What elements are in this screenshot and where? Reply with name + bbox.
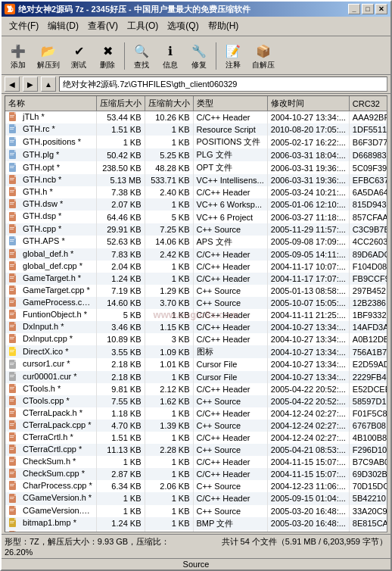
table-row[interactable]: AttackProc.h * 1.16 KB 1 KB C/C++ Header… xyxy=(5,530,387,532)
up-button[interactable]: ▲ xyxy=(41,76,56,92)
table-row[interactable]: CGameVersion.cpp * 1 KB 1 KB C++ Source … xyxy=(5,505,387,517)
close-button[interactable]: ✕ xyxy=(375,4,387,14)
table-row[interactable]: DirectX.ico * 3.55 KB 1.09 KB 图标 2004-10… xyxy=(5,345,387,358)
menu-item-5[interactable]: 帮助(H) xyxy=(204,18,244,34)
table-row[interactable]: CGameVersion.h * 1 KB 1 KB C/C++ Header … xyxy=(5,492,387,504)
table-row[interactable]: GTH.dsp * 64.46 KB 5 KB VC++ 6 Project 2… xyxy=(5,211,387,223)
file-orig-size: 7.55 KB xyxy=(96,395,145,407)
menu-item-4[interactable]: 选项(Q) xyxy=(163,18,203,34)
table-row[interactable]: DxInput.h * 3.46 KB 1.15 KB C/C++ Header… xyxy=(5,321,387,333)
svg-marker-29 xyxy=(14,199,16,201)
toolbar-btn-注释[interactable]: 📝注释 xyxy=(219,39,247,73)
svg-marker-61 xyxy=(14,298,16,300)
back-button[interactable]: ◀ xyxy=(5,76,20,92)
table-row[interactable]: GTH.opt * 238.50 KB 48.28 KB OPT 文件 2006… xyxy=(5,161,387,174)
svg-rect-62 xyxy=(10,301,14,301)
col-header-orig[interactable]: 压缩后大小 xyxy=(96,96,145,111)
forward-button[interactable]: ▶ xyxy=(23,76,38,92)
file-icon xyxy=(8,249,19,260)
file-crc: 297B452 xyxy=(349,285,387,297)
col-header-crc[interactable]: CRC32 xyxy=(349,96,387,111)
table-row[interactable]: bitmap1.bmp * 1.24 KB 1 KB BMP 文件 2005-0… xyxy=(5,517,387,530)
file-crc: 5C09F39 xyxy=(349,161,387,174)
toolbar-btn-查找[interactable]: 🔍查找 xyxy=(128,39,155,73)
toolbar-btn-添加[interactable]: ➕添加 xyxy=(5,39,32,73)
menu-item-2[interactable]: 查看(V) xyxy=(83,18,123,34)
file-type: C/C++ Header xyxy=(193,248,267,261)
table-row[interactable]: CTerraLpack.h * 1.18 KB 1 KB C/C++ Heade… xyxy=(5,407,387,420)
toolbar-btn-删除[interactable]: ✖删除 xyxy=(94,39,121,73)
col-header-name[interactable]: 名称 xyxy=(5,96,96,111)
toolbar-btn-解压到[interactable]: 📂解压到 xyxy=(33,39,64,73)
table-row[interactable]: CheckSum.h * 1 KB 1 KB C/C++ Header 2004… xyxy=(5,456,387,468)
table-row[interactable]: jTLh * 53.44 KB 10.26 KB C/C++ Header 20… xyxy=(5,111,387,124)
file-mod-time: 2005-03-20 16:48:... xyxy=(267,517,349,530)
table-row[interactable]: GTH.positions * 1 KB 1 KB POSITIONS 文件 2… xyxy=(5,136,387,148)
toolbar-btn-测试[interactable]: ✔测试 xyxy=(65,39,92,73)
file-name: CGameVersion.h * xyxy=(5,492,96,504)
table-row[interactable]: CheckSum.cpp * 2.87 KB 1 KB C/C++ Header… xyxy=(5,468,387,480)
table-row[interactable]: FuntionObject.h * 5 KB 1 KB C/C++ Header… xyxy=(5,309,387,321)
svg-rect-102 xyxy=(10,423,14,424)
table-row[interactable]: GTH.APS * 52.63 KB 14.06 KB APS 文件 2005-… xyxy=(5,236,387,248)
toolbar-btn-自解压[interactable]: 📦自解压 xyxy=(248,39,278,73)
menu-item-1[interactable]: 编辑(D) xyxy=(43,18,83,34)
svg-marker-33 xyxy=(14,212,16,214)
file-mod-time: 2004-10-27 13:34:... xyxy=(267,358,349,370)
table-row[interactable]: GTH.cpp * 29.91 KB 7.25 KB C++ Source 20… xyxy=(5,223,387,236)
file-crc: 70D15DC xyxy=(349,480,387,492)
menu-item-3[interactable]: 工具(O) xyxy=(123,18,163,34)
table-row[interactable]: GTH.ncb * 5.13 MB 533.71 KB VC++ Intelli… xyxy=(5,174,387,186)
file-type: C++ Source xyxy=(193,285,267,297)
table-row[interactable]: cur00001.cur * 2.18 KB 1 KB Cursor File … xyxy=(5,371,387,383)
table-row[interactable]: global_def.h * 7.83 KB 2.42 KB C/C++ Hea… xyxy=(5,248,387,261)
table-row[interactable]: cursor1.cur * 2.18 KB 1.01 KB Cursor Fil… xyxy=(5,358,387,370)
toolbar-label-8: 自解压 xyxy=(252,60,275,70)
table-row[interactable]: CTerraCrtl.cpp * 11.13 KB 2.28 KB C++ So… xyxy=(5,444,387,456)
file-crc: F01F5C8 xyxy=(349,407,387,420)
table-row[interactable]: CTools.cpp * 7.55 KB 1.62 KB C++ Source … xyxy=(5,395,387,407)
minimize-button[interactable]: _ xyxy=(348,4,360,14)
toolbar-icon-0: ➕ xyxy=(9,42,27,60)
file-crc: A0B12DB xyxy=(349,333,387,345)
svg-marker-105 xyxy=(14,432,16,435)
file-orig-size: 1 KB xyxy=(96,456,145,468)
menu-bar: 文件(F)编辑(D)查看(V)工具(O)选项(Q)帮助(H) xyxy=(2,17,390,36)
table-row[interactable]: CTools.h * 9.81 KB 2.12 KB C/C++ Header … xyxy=(5,383,387,395)
toolbar-btn-修复[interactable]: 🔧修复 xyxy=(185,39,213,73)
svg-rect-47 xyxy=(10,254,14,254)
table-row[interactable]: CharProcess.cpp * 6.34 KB 2.06 KB C++ So… xyxy=(5,480,387,492)
file-orig-size: 2.18 KB xyxy=(96,371,145,383)
svg-rect-63 xyxy=(10,302,14,303)
file-mod-time: 2004-11-11 21:25:... xyxy=(267,309,349,321)
file-comp-size: 3.70 KB xyxy=(145,297,193,309)
table-row[interactable]: GameTarget.cpp * 7.19 KB 1.29 KB C++ Sou… xyxy=(5,285,387,297)
file-name: GTH.ncb * xyxy=(5,174,96,186)
file-type: POSITIONS 文件 xyxy=(193,136,267,148)
col-header-mod[interactable]: 修改时间 xyxy=(267,96,349,111)
maximize-button[interactable]: □ xyxy=(362,4,374,14)
col-header-type[interactable]: 类型 xyxy=(193,96,267,111)
table-row[interactable]: global_def.cpp * 2.04 KB 1 KB C/C++ Head… xyxy=(5,261,387,273)
menu-item-0[interactable]: 文件(F) xyxy=(5,18,43,34)
table-row[interactable]: GTH.rc * 1.51 KB 1 KB Resource Script 20… xyxy=(5,123,387,136)
table-row[interactable]: GTH.dsw * 2.07 KB 1 KB VC++ 6 Worksp... … xyxy=(5,198,387,211)
file-comp-size: 2.12 KB xyxy=(145,383,193,395)
table-row[interactable]: CTerraLpack.cpp * 4.70 KB 1.39 KB C++ So… xyxy=(5,420,387,432)
file-crc: 4CC2603 xyxy=(349,236,387,248)
table-row[interactable]: GTH.h * 7.38 KB 2.40 KB C/C++ Header 200… xyxy=(5,186,387,198)
col-header-comp[interactable]: 压缩前大小 xyxy=(145,96,193,111)
table-row[interactable]: GTH.plg * 50.42 KB 5.25 KB PLG 文件 2006-0… xyxy=(5,148,387,161)
table-row[interactable]: GameTarget.h * 1.24 KB 1 KB C/C++ Header… xyxy=(5,273,387,285)
file-crc: 58597D1 xyxy=(349,395,387,407)
file-list-area[interactable]: 名称 压缩后大小 压缩前大小 类型 修改时间 CRC32 jTLh * xyxy=(5,95,387,532)
file-type: C/C++ Header xyxy=(193,383,267,395)
table-row[interactable]: CTerraCrtl.h * 1.51 KB 1 KB C/C++ Header… xyxy=(5,432,387,444)
title-bar-left: 🗜 绝对女神2源码 7z - 2345好压 - 中国用户量最大的免费压缩软件 xyxy=(5,4,250,15)
table-row[interactable]: DxInput.cpp * 10.89 KB 3 KB C/C++ Header… xyxy=(5,333,387,345)
table-row[interactable]: GameProcess.cpp * 14.60 KB 3.70 KB C++ S… xyxy=(5,297,387,309)
file-crc: 6A5DA64 xyxy=(349,186,387,198)
file-crc: 1BF9332 xyxy=(349,309,387,321)
svg-rect-103 xyxy=(10,425,14,426)
toolbar-btn-信息[interactable]: ℹ信息 xyxy=(157,39,184,73)
